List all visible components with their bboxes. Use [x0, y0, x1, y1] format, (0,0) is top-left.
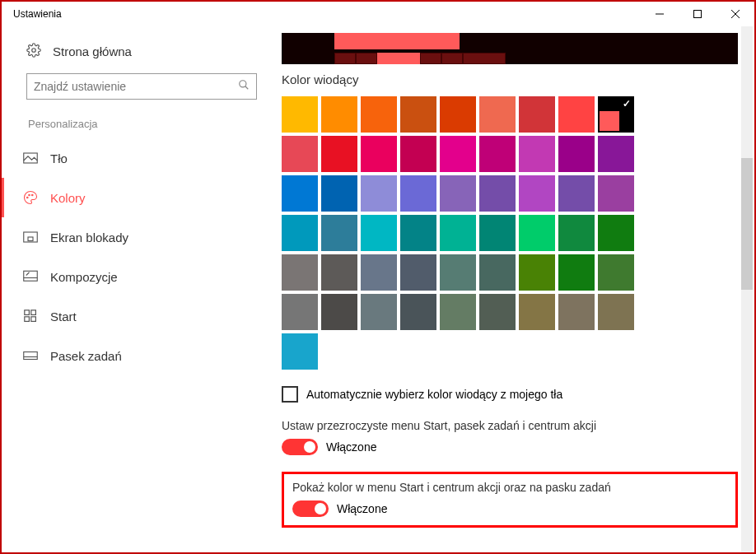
- color-swatch[interactable]: [598, 254, 634, 291]
- color-swatch[interactable]: [558, 294, 595, 330]
- color-swatch[interactable]: [400, 294, 436, 330]
- color-swatch[interactable]: [479, 294, 516, 330]
- sidebar-item-taskbar[interactable]: Pasek zadań: [2, 336, 282, 375]
- svg-point-9: [29, 194, 30, 196]
- color-swatch[interactable]: [321, 254, 357, 291]
- minimize-button[interactable]: [641, 2, 679, 26]
- accent-color-heading: Kolor wiodący: [282, 72, 738, 86]
- color-swatch[interactable]: [558, 254, 595, 291]
- color-swatch[interactable]: [400, 254, 436, 291]
- color-swatch[interactable]: [361, 294, 397, 330]
- svg-point-4: [32, 49, 36, 53]
- color-swatch[interactable]: [400, 175, 436, 212]
- color-swatch[interactable]: [558, 96, 595, 133]
- accent-color-grid: [282, 96, 644, 370]
- sidebar-item-start[interactable]: Start: [2, 296, 282, 336]
- color-swatch[interactable]: [321, 175, 357, 212]
- search-input[interactable]: [26, 73, 257, 100]
- color-swatch[interactable]: [558, 136, 595, 172]
- color-swatch[interactable]: [479, 96, 516, 133]
- color-swatch[interactable]: [282, 254, 318, 291]
- color-swatch[interactable]: [519, 294, 555, 330]
- svg-rect-17: [31, 310, 36, 315]
- color-swatch[interactable]: [282, 333, 318, 370]
- color-swatch[interactable]: [519, 136, 555, 172]
- home-link[interactable]: Strona główna: [2, 36, 282, 73]
- color-swatch[interactable]: [400, 136, 436, 172]
- color-swatch[interactable]: [479, 215, 516, 251]
- color-swatch[interactable]: [479, 254, 516, 291]
- color-swatch[interactable]: [440, 175, 476, 212]
- window-title: Ustawienia: [13, 8, 62, 20]
- color-swatch[interactable]: [282, 136, 318, 172]
- color-swatch[interactable]: [361, 254, 397, 291]
- category-label: Personalizacja: [2, 114, 282, 138]
- color-swatch[interactable]: [400, 215, 436, 251]
- highlighted-setting: Pokaż kolor w menu Start i centrum akcji…: [282, 472, 738, 528]
- color-swatch[interactable]: [282, 215, 318, 251]
- color-swatch[interactable]: [598, 96, 634, 133]
- color-preview: [282, 33, 738, 64]
- color-swatch[interactable]: [440, 294, 476, 330]
- color-swatch[interactable]: [598, 175, 634, 212]
- color-swatch[interactable]: [282, 96, 318, 133]
- scrollbar-track[interactable]: [741, 26, 753, 552]
- color-swatch[interactable]: [519, 175, 555, 212]
- maximize-button[interactable]: [679, 2, 716, 26]
- svg-rect-16: [25, 310, 30, 315]
- color-swatch[interactable]: [558, 175, 595, 212]
- color-swatch[interactable]: [361, 175, 397, 212]
- auto-pick-checkbox[interactable]: Automatycznie wybierz kolor wiodący z mo…: [282, 386, 738, 403]
- sidebar-item-colors[interactable]: Kolory: [2, 178, 282, 217]
- color-swatch[interactable]: [440, 136, 476, 172]
- sidebar-item-label: Tło: [50, 151, 68, 165]
- home-label: Strona główna: [53, 44, 132, 58]
- color-swatch[interactable]: [519, 215, 555, 251]
- color-swatch[interactable]: [321, 96, 357, 133]
- color-swatch[interactable]: [361, 215, 397, 251]
- sidebar-item-label: Kompozycje: [50, 270, 118, 284]
- start-icon: [22, 310, 39, 323]
- color-swatch[interactable]: [519, 254, 555, 291]
- svg-rect-13: [24, 271, 38, 281]
- color-swatch[interactable]: [598, 215, 634, 251]
- color-swatch[interactable]: [479, 136, 516, 172]
- color-swatch[interactable]: [361, 136, 397, 172]
- color-swatch[interactable]: [282, 294, 318, 330]
- scrollbar-thumb[interactable]: [741, 158, 753, 290]
- color-swatch[interactable]: [440, 215, 476, 251]
- svg-line-15: [26, 272, 30, 276]
- lockscreen-icon: [22, 231, 39, 243]
- color-swatch[interactable]: [321, 136, 357, 172]
- sidebar-item-label: Kolory: [50, 191, 86, 205]
- auto-pick-label: Automatycznie wybierz kolor wiodący z mo…: [306, 388, 562, 401]
- color-swatch[interactable]: [440, 96, 476, 133]
- sidebar-item-background[interactable]: Tło: [2, 138, 282, 178]
- color-swatch[interactable]: [598, 294, 634, 330]
- svg-point-8: [27, 197, 29, 198]
- search-field[interactable]: [34, 80, 238, 93]
- color-swatch[interactable]: [361, 96, 397, 133]
- sidebar-item-lockscreen[interactable]: Ekran blokady: [2, 217, 282, 257]
- color-swatch[interactable]: [321, 294, 357, 330]
- svg-rect-12: [28, 237, 33, 241]
- svg-rect-18: [25, 317, 30, 322]
- color-swatch[interactable]: [558, 215, 595, 251]
- transparency-toggle[interactable]: [282, 439, 318, 455]
- color-swatch[interactable]: [519, 96, 555, 133]
- color-swatch[interactable]: [282, 175, 318, 212]
- svg-rect-20: [24, 352, 38, 360]
- color-swatch[interactable]: [321, 215, 357, 251]
- color-swatch[interactable]: [400, 96, 436, 133]
- picture-icon: [22, 152, 39, 164]
- show-color-toggle[interactable]: [292, 500, 329, 517]
- transparency-state: Włączone: [326, 440, 376, 454]
- taskbar-icon: [22, 351, 39, 361]
- sidebar-item-themes[interactable]: Kompozycje: [2, 257, 282, 296]
- color-swatch[interactable]: [479, 175, 516, 212]
- close-button[interactable]: [716, 2, 754, 26]
- color-swatch[interactable]: [440, 254, 476, 291]
- palette-icon: [22, 190, 39, 205]
- color-swatch[interactable]: [598, 136, 634, 172]
- sidebar-item-label: Start: [50, 310, 77, 324]
